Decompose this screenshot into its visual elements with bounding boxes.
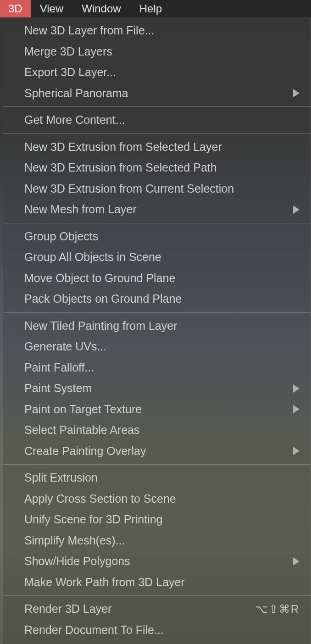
- menu-item-label: Merge 3D Layers: [24, 43, 300, 61]
- menu-item-label: New 3D Extrusion from Selected Layer: [24, 139, 300, 156]
- menu-item-label: Show/Hide Polygons: [24, 553, 293, 570]
- menu-item-label: Render 3D Layer: [24, 600, 255, 618]
- menu-item-create-painting-overlay[interactable]: Create Painting Overlay: [3, 441, 311, 462]
- dropdown-menu-3d: New 3D Layer from File... Merge 3D Layer…: [3, 17, 311, 644]
- menu-section: New Tiled Painting from Layer Generate U…: [3, 312, 311, 465]
- menu-section: Split Extrusion Apply Cross Section to S…: [3, 464, 311, 595]
- menu-section: New 3D Layer from File... Merge 3D Layer…: [3, 17, 311, 106]
- menu-item-move-object-to-ground-plane[interactable]: Move Object to Ground Plane: [3, 268, 311, 289]
- menu-item-label: Generate UVs...: [24, 338, 300, 355]
- menu-item-new-tiled-painting-from-layer[interactable]: New Tiled Painting from Layer: [3, 316, 311, 337]
- menu-item-paint-on-target-texture[interactable]: Paint on Target Texture: [3, 399, 311, 420]
- menu-item-label: Paint Falloff...: [24, 359, 300, 377]
- menu-item-label: Unify Scene for 3D Printing: [24, 511, 300, 528]
- menu-item-select-paintable-areas[interactable]: Select Paintable Areas: [3, 420, 311, 441]
- menu-item-label: Paint on Target Texture: [24, 401, 293, 418]
- menu-item-label: Move Object to Ground Plane: [24, 270, 300, 287]
- menubar: 3D View Window Help: [0, 0, 311, 17]
- menubar-item-help[interactable]: Help: [130, 0, 171, 17]
- menu-item-label: Simplify Mesh(es)...: [24, 532, 300, 550]
- submenu-arrow-icon: [293, 405, 300, 413]
- menu-item-label: New Tiled Painting from Layer: [24, 317, 300, 335]
- menu-item-split-extrusion[interactable]: Split Extrusion: [3, 467, 311, 489]
- menu-item-label: Apply Cross Section to Scene: [24, 490, 300, 508]
- menu-item-make-work-path-from-3d-layer[interactable]: Make Work Path from 3D Layer: [3, 572, 311, 593]
- menu-item-export-3d-layer[interactable]: Export 3D Layer...: [3, 62, 311, 83]
- menu-item-label: Render Document To File...: [24, 622, 300, 639]
- menu-item-label: Pack Objects on Ground Plane: [24, 290, 300, 308]
- menu-item-label: Spherical Panorama: [24, 85, 293, 102]
- menu-item-label: Group Objects: [24, 228, 300, 245]
- menu-section: Group Objects Group All Objects in Scene…: [3, 223, 311, 312]
- menu-item-label: New 3D Extrusion from Current Selection: [24, 180, 300, 198]
- menu-item-pack-objects-on-ground-plane[interactable]: Pack Objects on Ground Plane: [3, 289, 311, 310]
- menu-item-label: Export 3D Layer...: [24, 64, 300, 81]
- menu-item-shortcut: ⌥⇧⌘R: [255, 601, 300, 617]
- menu-item-show-hide-polygons[interactable]: Show/Hide Polygons: [3, 551, 311, 572]
- menu-item-new-mesh-from-layer[interactable]: New Mesh from Layer: [3, 199, 311, 220]
- menu-item-generate-uvs[interactable]: Generate UVs...: [3, 336, 311, 357]
- submenu-arrow-icon: [293, 384, 300, 393]
- menu-item-group-objects[interactable]: Group Objects: [3, 226, 311, 247]
- menu-item-apply-cross-section-to-scene[interactable]: Apply Cross Section to Scene: [3, 489, 311, 510]
- menu-item-paint-falloff[interactable]: Paint Falloff...: [3, 357, 311, 378]
- menu-item-label: Select Paintable Areas: [24, 422, 300, 439]
- menu-item-unify-scene-for-3d-printing[interactable]: Unify Scene for 3D Printing: [3, 509, 311, 530]
- menu-item-group-all-objects-in-scene[interactable]: Group All Objects in Scene: [3, 247, 311, 268]
- menubar-item-view[interactable]: View: [31, 0, 73, 17]
- menu-section: New 3D Extrusion from Selected Layer New…: [3, 133, 311, 223]
- submenu-arrow-icon: [293, 89, 300, 97]
- menu-item-simplify-meshes[interactable]: Simplify Mesh(es)...: [3, 530, 311, 551]
- menu-section: Render 3D Layer ⌥⇧⌘R Render Document To …: [3, 595, 311, 644]
- menu-item-label: Get More Content...: [24, 111, 300, 129]
- submenu-arrow-icon: [293, 447, 300, 455]
- menu-item-new-3d-extrusion-from-selected-path[interactable]: New 3D Extrusion from Selected Path: [3, 157, 311, 178]
- menu-item-spherical-panorama[interactable]: Spherical Panorama: [3, 83, 311, 104]
- menu-item-render-3d-layer[interactable]: Render 3D Layer ⌥⇧⌘R: [3, 599, 311, 620]
- menu-item-label: New 3D Layer from File...: [24, 22, 300, 39]
- menu-item-paint-system[interactable]: Paint System: [3, 378, 311, 399]
- menu-item-label: Group All Objects in Scene: [24, 249, 300, 266]
- menu-item-label: Sketch With Current Brush: [24, 642, 300, 644]
- menu-item-label: Split Extrusion: [24, 469, 300, 487]
- submenu-arrow-icon: [293, 557, 300, 566]
- menu-item-merge-3d-layers[interactable]: Merge 3D Layers: [3, 41, 311, 62]
- menu-item-get-more-content[interactable]: Get More Content...: [3, 110, 311, 131]
- menubar-item-3d[interactable]: 3D: [0, 0, 31, 17]
- menu-item-render-document-to-file[interactable]: Render Document To File...: [3, 620, 311, 641]
- menu-item-label: New 3D Extrusion from Selected Path: [24, 159, 300, 177]
- menu-item-label: Create Painting Overlay: [24, 443, 293, 460]
- menu-item-label: Paint System: [24, 380, 293, 397]
- menu-item-sketch-with-current-brush[interactable]: Sketch With Current Brush: [3, 640, 311, 644]
- menu-section: Get More Content...: [3, 106, 311, 133]
- menu-item-new-3d-extrusion-from-current-selection[interactable]: New 3D Extrusion from Current Selection: [3, 178, 311, 200]
- menu-item-new-3d-extrusion-from-selected-layer[interactable]: New 3D Extrusion from Selected Layer: [3, 137, 311, 158]
- menu-item-new-3d-layer-from-file[interactable]: New 3D Layer from File...: [3, 20, 311, 41]
- menu-item-label: Make Work Path from 3D Layer: [24, 574, 300, 591]
- menu-item-label: New Mesh from Layer: [24, 201, 293, 218]
- submenu-arrow-icon: [293, 205, 300, 214]
- menubar-item-window[interactable]: Window: [72, 0, 130, 17]
